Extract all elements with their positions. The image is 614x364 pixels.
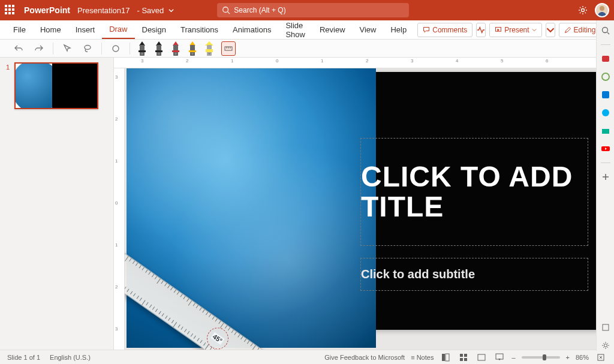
zoom-out-button[interactable]: – [511,354,515,361]
svg-rect-17 [478,354,485,360]
tab-draw[interactable]: Draw [102,20,134,39]
pen-red[interactable]: ▾ [171,41,180,56]
tab-transitions[interactable]: Transitions [173,20,225,39]
pen-black-2[interactable]: ▾ [154,41,164,56]
svg-rect-15 [460,358,463,361]
ruler-icon [224,44,233,53]
svg-rect-18 [496,354,503,359]
rail-outlook-icon[interactable] [600,89,611,100]
svg-point-23 [602,73,609,80]
rail-store-icon[interactable] [600,125,611,136]
title-placeholder[interactable]: CLICK TO ADD TITLE [360,138,588,246]
svg-point-5 [85,45,91,49]
view-slideshow-button[interactable] [493,353,505,362]
avatar-icon [596,4,608,16]
chevron-down-icon [546,26,555,34]
language-indicator[interactable]: English (U.S.) [50,354,91,361]
svg-point-3 [600,6,604,11]
tab-slideshow[interactable]: Slide Show [278,20,312,39]
svg-point-29 [604,344,607,347]
tab-home[interactable]: Home [33,20,68,39]
activity-icon [477,26,485,34]
app-launcher-icon[interactable] [5,5,16,16]
lasso-tool[interactable] [81,42,94,55]
slide-canvas[interactable]: CLICK TO ADD TITLE Click to add subtitle… [125,68,614,350]
view-normal-button[interactable] [440,353,452,362]
slide: CLICK TO ADD TITLE Click to add subtitle… [139,72,600,330]
tab-view[interactable]: View [353,20,384,39]
main-area: 1 3 2 1 0 1 2 3 4 5 6 3 [0,58,614,350]
svg-point-20 [602,28,607,33]
document-name[interactable]: Presentation17 [77,6,130,15]
rail-collapse-icon[interactable] [600,322,611,333]
svg-rect-12 [446,354,449,361]
tab-design[interactable]: Design [135,20,173,39]
subtitle-placeholder[interactable]: Click to add subtitle [360,258,588,291]
eraser-tool[interactable] [109,42,122,55]
tab-review[interactable]: Review [312,20,353,39]
svg-line-1 [228,12,230,14]
slide-indicator: Slide 1 of 1 [7,354,40,361]
tab-help[interactable]: Help [383,20,414,39]
present-icon [495,26,502,34]
pen-black[interactable]: ▾ [137,41,147,56]
thumbnail-preview [14,62,98,109]
rail-skype-icon[interactable] [600,107,611,118]
fit-to-window-button[interactable] [595,353,607,362]
catch-up-button[interactable] [476,23,486,37]
vertical-ruler: 3 2 1 0 1 2 3 [114,68,125,350]
draw-toolbar: ▾ ▾ ▾ ▾ ▾ [0,40,614,58]
present-split-button[interactable] [546,23,555,37]
feedback-link[interactable]: Give Feedback to Microsoft [324,354,405,361]
right-app-rail [596,20,614,351]
search-input[interactable]: Search (Alt + Q) [217,3,409,17]
pencil-icon [564,26,571,34]
document-status: - Saved [137,6,164,15]
svg-rect-24 [602,91,609,98]
tab-file[interactable]: File [6,20,33,39]
pen-yellow[interactable]: ▾ [188,41,197,56]
svg-point-6 [113,46,119,52]
settings-icon[interactable] [578,5,588,15]
chevron-down-icon [532,28,537,32]
svg-point-0 [223,7,228,13]
svg-rect-14 [464,354,467,357]
horizontal-ruler: 3 2 1 0 1 2 3 4 5 6 [114,58,614,68]
slide-editor: 3 2 1 0 1 2 3 4 5 6 3 2 1 0 1 2 3 [114,58,614,350]
svg-rect-13 [460,354,463,357]
view-reading-button[interactable] [475,353,487,362]
svg-point-25 [602,109,609,116]
zoom-in-button[interactable]: + [566,354,570,361]
comment-icon [423,26,430,34]
thumbnail-number: 1 [6,62,14,109]
select-tool[interactable] [61,42,74,55]
notes-button[interactable]: ≡ Notes [411,354,434,361]
rail-search-icon[interactable] [600,25,611,36]
rail-copilot-icon[interactable] [600,71,611,82]
title-bar: PowerPoint Presentation17 - Saved Search… [0,0,614,20]
rail-todo-icon[interactable] [600,53,611,64]
svg-rect-22 [602,56,609,62]
svg-rect-16 [464,358,467,361]
view-sorter-button[interactable] [458,353,469,362]
present-button[interactable]: Present [489,23,541,37]
tab-insert[interactable]: Insert [68,20,103,39]
comments-button[interactable]: Comments [417,23,472,37]
user-avatar[interactable] [595,3,609,17]
tab-animations[interactable]: Animations [225,20,278,39]
rail-youtube-icon[interactable] [600,143,611,154]
highlighter-yellow[interactable]: ▾ [204,41,214,56]
status-bar: Slide 1 of 1 English (U.S.) Give Feedbac… [0,350,614,364]
zoom-slider[interactable] [522,356,560,359]
redo-button[interactable] [32,42,46,55]
ruler-tool[interactable] [221,41,236,56]
rail-settings-icon[interactable] [600,340,611,351]
zoom-level[interactable]: 86% [576,354,589,361]
svg-point-2 [582,9,585,12]
slide-thumbnails-panel: 1 [0,58,114,350]
svg-rect-28 [603,324,609,330]
rail-add-icon[interactable] [600,172,611,182]
thumbnail-item[interactable]: 1 [6,62,107,109]
chevron-down-icon[interactable] [168,8,174,13]
undo-button[interactable] [12,42,25,55]
